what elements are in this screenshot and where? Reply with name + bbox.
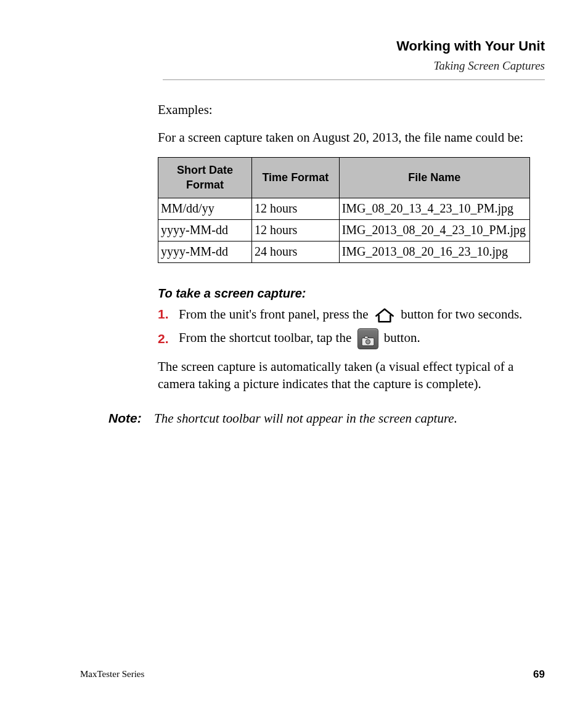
cell-short-date: yyyy-MM-dd xyxy=(158,219,252,241)
procedure-steps: 1. From the unit's front panel, press th… xyxy=(158,306,544,349)
step-2-text-a: From the shortcut toolbar, tap the xyxy=(179,330,355,345)
cell-short-date: MM/dd/yy xyxy=(158,198,252,219)
filename-examples-table: Short Date Format Time Format File Name … xyxy=(158,157,530,263)
section-title: Taking Screen Captures xyxy=(0,58,545,74)
step-1-text-a: From the unit's front panel, press the xyxy=(179,307,372,322)
camera-icon xyxy=(357,328,378,349)
cell-time-format: 24 hours xyxy=(251,241,339,262)
home-icon xyxy=(374,307,395,323)
header-rule xyxy=(163,79,545,80)
cell-file-name: IMG_2013_08_20_16_23_10.jpg xyxy=(339,241,529,262)
table-header-time-format: Time Format xyxy=(251,158,339,198)
footer-product-name: MaxTester Series xyxy=(80,668,144,680)
table-row: yyyy-MM-dd 12 hours IMG_2013_08_20_4_23_… xyxy=(158,219,530,241)
svg-rect-1 xyxy=(364,336,367,339)
chapter-title: Working with Your Unit xyxy=(0,37,545,55)
note-text: The shortcut toolbar will not appear in … xyxy=(154,410,457,427)
step-2-text-b: button. xyxy=(384,330,420,345)
step-1-text-b: button for two seconds. xyxy=(401,307,522,322)
example-lead-in: For a screen capture taken on August 20,… xyxy=(158,129,544,146)
procedure-result: The screen capture is automatically take… xyxy=(158,358,544,393)
svg-point-2 xyxy=(365,339,370,344)
cell-file-name: IMG_08_20_13_4_23_10_PM.jpg xyxy=(339,198,529,219)
step-2: 2. From the shortcut toolbar, tap the bu… xyxy=(158,328,544,349)
table-header-file-name: File Name xyxy=(339,158,529,198)
cell-file-name: IMG_2013_08_20_4_23_10_PM.jpg xyxy=(339,219,529,241)
table-header-short-date: Short Date Format xyxy=(158,158,252,198)
cell-short-date: yyyy-MM-dd xyxy=(158,241,252,262)
step-1: 1. From the unit's front panel, press th… xyxy=(158,306,544,323)
cell-time-format: 12 hours xyxy=(251,219,339,241)
step-number: 2. xyxy=(158,330,179,347)
page-number: 69 xyxy=(533,668,545,682)
step-number: 1. xyxy=(158,306,179,323)
table-row: yyyy-MM-dd 24 hours IMG_2013_08_20_16_23… xyxy=(158,241,530,262)
procedure-heading: To take a screen capture: xyxy=(158,285,544,302)
cell-time-format: 12 hours xyxy=(251,198,339,219)
note-label: Note: xyxy=(108,410,154,427)
table-row: MM/dd/yy 12 hours IMG_08_20_13_4_23_10_P… xyxy=(158,198,530,219)
examples-label: Examples: xyxy=(158,101,544,118)
